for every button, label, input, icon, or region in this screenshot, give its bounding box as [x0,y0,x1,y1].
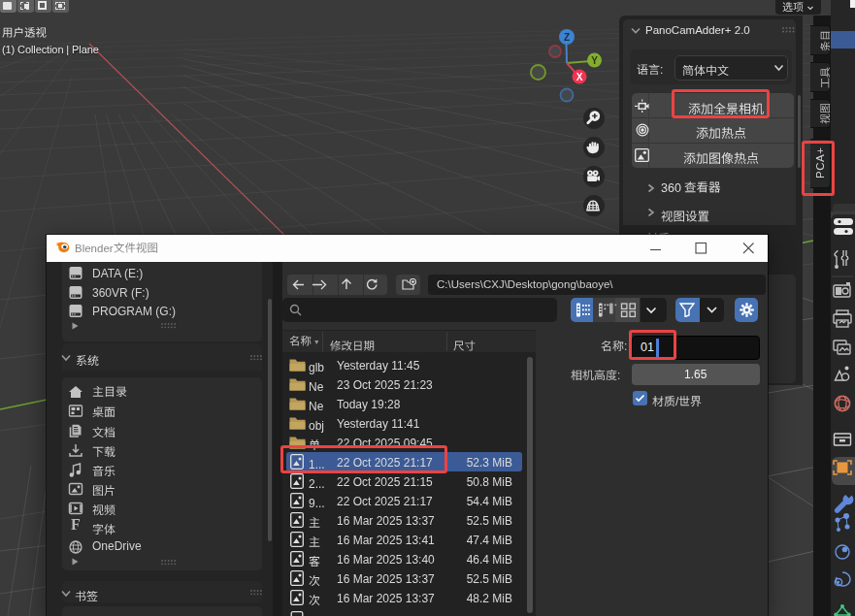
svg-text:X: X [576,72,583,82]
svg-text:Z: Z [564,32,570,43]
svg-text:Y: Y [591,55,598,66]
